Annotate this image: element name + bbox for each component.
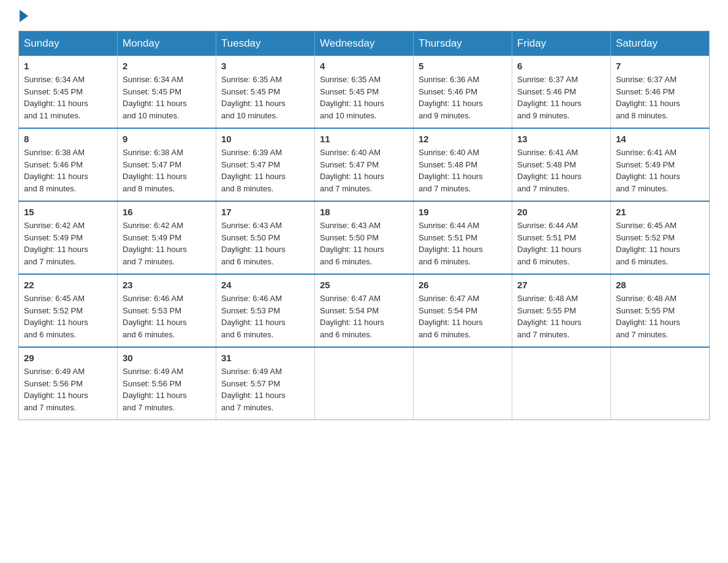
day-info: Sunrise: 6:38 AMSunset: 5:46 PMDaylight:… <box>24 147 112 194</box>
day-info: Sunrise: 6:41 AMSunset: 5:49 PMDaylight:… <box>616 147 704 194</box>
calendar-cell: 9 Sunrise: 6:38 AMSunset: 5:47 PMDayligh… <box>118 128 216 201</box>
day-number: 9 <box>123 134 211 144</box>
calendar-week-row: 8 Sunrise: 6:38 AMSunset: 5:46 PMDayligh… <box>19 128 710 201</box>
calendar-cell: 18 Sunrise: 6:43 AMSunset: 5:50 PMDaylig… <box>315 201 414 274</box>
calendar-cell: 15 Sunrise: 6:42 AMSunset: 5:49 PMDaylig… <box>19 201 118 274</box>
day-number: 31 <box>221 353 309 363</box>
calendar-cell: 24 Sunrise: 6:46 AMSunset: 5:53 PMDaylig… <box>216 274 315 347</box>
calendar-week-row: 15 Sunrise: 6:42 AMSunset: 5:49 PMDaylig… <box>19 201 710 274</box>
day-number: 28 <box>616 280 704 290</box>
calendar-cell: 27 Sunrise: 6:48 AMSunset: 5:55 PMDaylig… <box>512 274 611 347</box>
calendar-cell: 12 Sunrise: 6:40 AMSunset: 5:48 PMDaylig… <box>414 128 512 201</box>
day-number: 7 <box>616 61 704 71</box>
day-number: 24 <box>221 280 309 290</box>
calendar-cell <box>512 347 611 420</box>
day-info: Sunrise: 6:49 AMSunset: 5:56 PMDaylight:… <box>123 366 211 413</box>
day-number: 17 <box>221 207 309 217</box>
calendar-cell: 8 Sunrise: 6:38 AMSunset: 5:46 PMDayligh… <box>19 128 118 201</box>
day-number: 30 <box>123 353 211 363</box>
calendar-cell: 31 Sunrise: 6:49 AMSunset: 5:57 PMDaylig… <box>216 347 315 420</box>
day-info: Sunrise: 6:46 AMSunset: 5:53 PMDaylight:… <box>221 293 309 340</box>
calendar-day-header: Sunday <box>19 31 118 56</box>
day-number: 23 <box>123 280 211 290</box>
calendar-cell: 17 Sunrise: 6:43 AMSunset: 5:50 PMDaylig… <box>216 201 315 274</box>
calendar-cell: 2 Sunrise: 6:34 AMSunset: 5:45 PMDayligh… <box>118 56 216 128</box>
day-number: 21 <box>616 207 704 217</box>
calendar-cell: 20 Sunrise: 6:44 AMSunset: 5:51 PMDaylig… <box>512 201 611 274</box>
day-info: Sunrise: 6:49 AMSunset: 5:56 PMDaylight:… <box>24 366 112 413</box>
day-number: 16 <box>123 207 211 217</box>
day-number: 10 <box>221 134 309 144</box>
calendar-cell: 7 Sunrise: 6:37 AMSunset: 5:46 PMDayligh… <box>611 56 710 128</box>
calendar-cell: 19 Sunrise: 6:44 AMSunset: 5:51 PMDaylig… <box>414 201 512 274</box>
day-number: 22 <box>24 280 112 290</box>
day-info: Sunrise: 6:37 AMSunset: 5:46 PMDaylight:… <box>616 74 704 121</box>
day-info: Sunrise: 6:46 AMSunset: 5:53 PMDaylight:… <box>123 293 211 340</box>
calendar-cell: 11 Sunrise: 6:40 AMSunset: 5:47 PMDaylig… <box>315 128 414 201</box>
day-number: 18 <box>320 207 408 217</box>
day-info: Sunrise: 6:49 AMSunset: 5:57 PMDaylight:… <box>221 366 309 413</box>
logo <box>18 12 28 20</box>
calendar-week-row: 22 Sunrise: 6:45 AMSunset: 5:52 PMDaylig… <box>19 274 710 347</box>
day-number: 3 <box>221 61 309 71</box>
calendar-cell: 16 Sunrise: 6:42 AMSunset: 5:49 PMDaylig… <box>118 201 216 274</box>
day-info: Sunrise: 6:43 AMSunset: 5:50 PMDaylight:… <box>221 220 309 267</box>
day-info: Sunrise: 6:36 AMSunset: 5:46 PMDaylight:… <box>419 74 507 121</box>
day-info: Sunrise: 6:47 AMSunset: 5:54 PMDaylight:… <box>320 293 408 340</box>
day-info: Sunrise: 6:38 AMSunset: 5:47 PMDaylight:… <box>123 147 211 194</box>
day-info: Sunrise: 6:45 AMSunset: 5:52 PMDaylight:… <box>24 293 112 340</box>
day-number: 2 <box>123 61 211 71</box>
calendar-day-header: Tuesday <box>216 31 315 56</box>
calendar-cell: 13 Sunrise: 6:41 AMSunset: 5:48 PMDaylig… <box>512 128 611 201</box>
calendar-day-header: Thursday <box>414 31 512 56</box>
day-info: Sunrise: 6:48 AMSunset: 5:55 PMDaylight:… <box>616 293 704 340</box>
calendar-day-header: Saturday <box>611 31 710 56</box>
day-number: 15 <box>24 207 112 217</box>
day-info: Sunrise: 6:44 AMSunset: 5:51 PMDaylight:… <box>419 220 507 267</box>
day-number: 4 <box>320 61 408 71</box>
day-info: Sunrise: 6:40 AMSunset: 5:47 PMDaylight:… <box>320 147 408 194</box>
calendar-cell: 5 Sunrise: 6:36 AMSunset: 5:46 PMDayligh… <box>414 56 512 128</box>
day-info: Sunrise: 6:42 AMSunset: 5:49 PMDaylight:… <box>123 220 211 267</box>
day-info: Sunrise: 6:39 AMSunset: 5:47 PMDaylight:… <box>221 147 309 194</box>
day-number: 14 <box>616 134 704 144</box>
calendar-cell: 30 Sunrise: 6:49 AMSunset: 5:56 PMDaylig… <box>118 347 216 420</box>
calendar-cell: 22 Sunrise: 6:45 AMSunset: 5:52 PMDaylig… <box>19 274 118 347</box>
calendar-cell <box>611 347 710 420</box>
logo-triangle-icon <box>20 10 28 22</box>
day-info: Sunrise: 6:35 AMSunset: 5:45 PMDaylight:… <box>320 74 408 121</box>
day-number: 20 <box>517 207 605 217</box>
calendar-cell: 6 Sunrise: 6:37 AMSunset: 5:46 PMDayligh… <box>512 56 611 128</box>
calendar-cell: 3 Sunrise: 6:35 AMSunset: 5:45 PMDayligh… <box>216 56 315 128</box>
calendar-cell: 21 Sunrise: 6:45 AMSunset: 5:52 PMDaylig… <box>611 201 710 274</box>
day-info: Sunrise: 6:43 AMSunset: 5:50 PMDaylight:… <box>320 220 408 267</box>
page-header <box>18 12 710 20</box>
calendar-week-row: 29 Sunrise: 6:49 AMSunset: 5:56 PMDaylig… <box>19 347 710 420</box>
calendar-cell: 10 Sunrise: 6:39 AMSunset: 5:47 PMDaylig… <box>216 128 315 201</box>
calendar-day-header: Friday <box>512 31 611 56</box>
day-number: 6 <box>517 61 605 71</box>
calendar-cell: 25 Sunrise: 6:47 AMSunset: 5:54 PMDaylig… <box>315 274 414 347</box>
day-number: 27 <box>517 280 605 290</box>
day-number: 25 <box>320 280 408 290</box>
day-number: 12 <box>419 134 507 144</box>
calendar-table: SundayMondayTuesdayWednesdayThursdayFrid… <box>18 31 710 420</box>
day-info: Sunrise: 6:34 AMSunset: 5:45 PMDaylight:… <box>24 74 112 121</box>
day-number: 13 <box>517 134 605 144</box>
day-number: 5 <box>419 61 507 71</box>
day-info: Sunrise: 6:35 AMSunset: 5:45 PMDaylight:… <box>221 74 309 121</box>
calendar-day-header: Monday <box>118 31 216 56</box>
day-info: Sunrise: 6:48 AMSunset: 5:55 PMDaylight:… <box>517 293 605 340</box>
day-number: 8 <box>24 134 112 144</box>
day-info: Sunrise: 6:37 AMSunset: 5:46 PMDaylight:… <box>517 74 605 121</box>
day-info: Sunrise: 6:45 AMSunset: 5:52 PMDaylight:… <box>616 220 704 267</box>
calendar-day-header: Wednesday <box>315 31 414 56</box>
calendar-cell: 29 Sunrise: 6:49 AMSunset: 5:56 PMDaylig… <box>19 347 118 420</box>
calendar-cell <box>414 347 512 420</box>
day-info: Sunrise: 6:40 AMSunset: 5:48 PMDaylight:… <box>419 147 507 194</box>
day-number: 11 <box>320 134 408 144</box>
calendar-week-row: 1 Sunrise: 6:34 AMSunset: 5:45 PMDayligh… <box>19 56 710 128</box>
day-number: 29 <box>24 353 112 363</box>
day-info: Sunrise: 6:47 AMSunset: 5:54 PMDaylight:… <box>419 293 507 340</box>
calendar-cell: 1 Sunrise: 6:34 AMSunset: 5:45 PMDayligh… <box>19 56 118 128</box>
